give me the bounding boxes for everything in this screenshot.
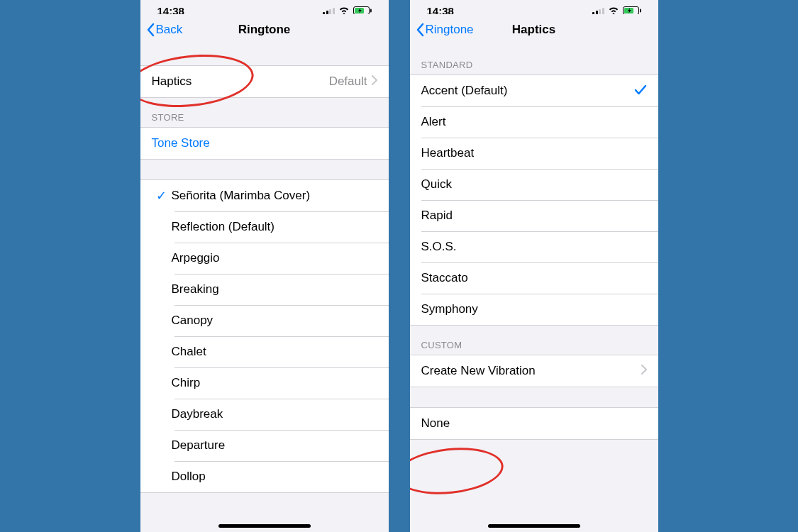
ringtone-label: Chalet	[172, 345, 206, 359]
ringtone-label: Breaking	[172, 282, 219, 297]
svg-rect-4	[640, 9, 641, 13]
custom-header: CUSTOM	[410, 326, 658, 355]
create-vibration-label: Create New Vibration	[421, 364, 536, 378]
back-button[interactable]: Ringtone	[410, 23, 474, 37]
home-indicator[interactable]	[488, 524, 580, 528]
status-bar: 14:38	[140, 0, 389, 14]
annotation-circle	[410, 443, 506, 499]
svg-rect-1	[370, 9, 372, 13]
chevron-left-icon	[146, 23, 155, 37]
chevron-right-icon	[372, 74, 377, 89]
haptic-item[interactable]: Alert	[410, 106, 658, 138]
standard-header: STANDARD	[410, 45, 658, 74]
haptic-label: Rapid	[421, 209, 453, 223]
store-header: STORE	[140, 98, 389, 127]
tone-store-link[interactable]: Tone Store	[140, 128, 389, 159]
haptic-label: Staccato	[421, 271, 468, 285]
ringtone-item[interactable]: Daybreak	[140, 399, 389, 430]
ringtone-label: Departure	[172, 438, 226, 453]
haptic-item[interactable]: Quick	[410, 169, 658, 200]
ringtone-item-selected[interactable]: ✓ Señorita (Marimba Cover)	[140, 180, 389, 211]
haptic-label: Symphony	[421, 302, 478, 316]
ringtones-group: ✓ Señorita (Marimba Cover) Reflection (D…	[140, 179, 389, 493]
checkmark-icon	[634, 83, 647, 99]
create-new-vibration-row[interactable]: Create New Vibration	[410, 355, 658, 387]
haptic-label: Accent (Default)	[421, 84, 508, 98]
haptic-item[interactable]: Rapid	[410, 200, 658, 231]
haptic-item[interactable]: S.O.S.	[410, 231, 658, 262]
ringtone-label: Reflection (Default)	[172, 220, 275, 234]
haptics-row[interactable]: Haptics Default	[140, 66, 389, 97]
haptic-label: Alert	[421, 115, 446, 129]
phone-right-haptics: 14:38 Ringtone Haptics STANDARD Accent (…	[410, 0, 658, 532]
ringtone-item[interactable]: Chirp	[140, 367, 389, 399]
haptics-label: Haptics	[152, 74, 192, 89]
none-row[interactable]: None	[410, 408, 658, 439]
ringtone-item[interactable]: Departure	[140, 430, 389, 461]
haptics-group: Haptics Default	[140, 65, 389, 98]
cellular-icon	[592, 7, 604, 15]
nav-bar: Back Ringtone	[140, 14, 389, 45]
custom-group: Create New Vibration	[410, 355, 658, 387]
haptic-item[interactable]: Symphony	[410, 294, 658, 325]
ringtone-label: Señorita (Marimba Cover)	[172, 189, 311, 203]
checkmark-icon: ✓	[152, 188, 172, 204]
ringtone-label: Daybreak	[172, 407, 223, 421]
haptic-label: S.O.S.	[421, 240, 457, 254]
ringtone-label: Chirp	[172, 376, 201, 390]
ringtone-label: Arpeggio	[172, 251, 220, 265]
chevron-left-icon	[416, 23, 424, 37]
none-group: None	[410, 407, 658, 440]
home-indicator[interactable]	[218, 524, 311, 528]
nav-bar: Ringtone Haptics	[410, 14, 658, 45]
phone-left-ringtone: 14:38 Back Ringtone Haptics Default STOR…	[140, 0, 389, 532]
haptic-label: Quick	[421, 177, 452, 192]
tone-store-label: Tone Store	[152, 136, 210, 150]
back-label: Ringtone	[426, 23, 474, 37]
haptic-item[interactable]: Staccato	[410, 262, 658, 294]
haptic-label: Heartbeat	[421, 146, 475, 160]
none-label: None	[421, 416, 450, 431]
chevron-right-icon	[641, 364, 647, 378]
back-label: Back	[156, 23, 183, 37]
ringtone-label: Canopy	[172, 314, 214, 328]
store-group: Tone Store	[140, 127, 389, 160]
back-button[interactable]: Back	[140, 23, 183, 37]
ringtone-item[interactable]: Arpeggio	[140, 243, 389, 274]
haptic-item[interactable]: Heartbeat	[410, 138, 658, 169]
haptics-value: Default	[329, 74, 367, 89]
ringtone-item[interactable]: Canopy	[140, 305, 389, 336]
ringtone-item[interactable]: Reflection (Default)	[140, 211, 389, 243]
ringtone-label: Dollop	[172, 470, 206, 484]
ringtone-item[interactable]: Chalet	[140, 336, 389, 367]
ringtone-item[interactable]: Dollop	[140, 461, 389, 492]
status-bar: 14:38	[410, 0, 658, 14]
ringtone-item[interactable]: Breaking	[140, 274, 389, 305]
cellular-icon	[323, 7, 335, 15]
haptic-item-selected[interactable]: Accent (Default)	[410, 75, 658, 106]
standard-group: Accent (Default) Alert Heartbeat Quick R…	[410, 74, 658, 326]
